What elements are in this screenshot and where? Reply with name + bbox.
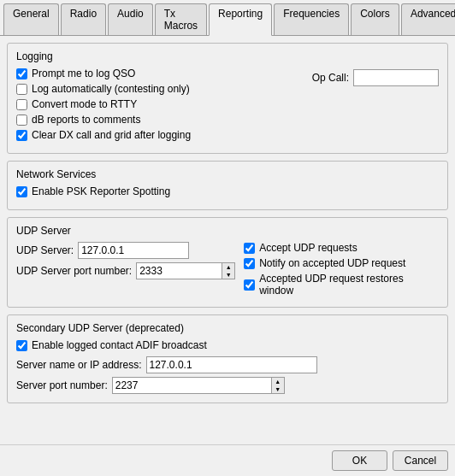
notify-udp-label: Notify on accepted UDP request [259,257,405,269]
secondary-udp-section: Secondary UDP Server (deprecated) Enable… [7,314,448,403]
udp-server-label: UDP Server: [16,244,74,256]
network-title: Network Services [16,168,439,180]
main-window: General Radio Audio Tx Macros Reporting … [0,0,455,476]
secondary-port-container: ▲ ▼ [112,377,285,394]
logging-checkboxes: Prompt me to log QSO Log automatically (… [16,68,191,144]
tab-frequencies[interactable]: Frequencies [274,3,349,35]
secondary-port-input[interactable] [112,377,271,394]
udp-port-up-button[interactable]: ▲ [222,263,234,271]
log-auto-row: Log automatically (contesting only) [16,83,191,95]
footer: OK Cancel [0,444,455,476]
tab-reporting[interactable]: Reporting [209,3,272,36]
udp-checkboxes: Accept UDP requests Notify on accepted U… [244,242,439,298]
udp-port-input[interactable] [136,262,222,279]
content-area: Logging Prompt me to log QSO Log automat… [0,36,455,444]
notify-udp-row: Notify on accepted UDP request [244,257,439,269]
notify-udp-checkbox[interactable] [244,258,255,269]
db-reports-checkbox[interactable] [16,115,27,126]
tab-general[interactable]: General [3,3,59,35]
convert-rtty-row: Convert mode to RTTY [16,98,191,110]
accept-udp-checkbox[interactable] [244,243,255,254]
udp-left: UDP Server: UDP Server port number: ▲ ▼ [16,242,235,283]
udp-port-down-button[interactable]: ▼ [222,271,234,279]
tab-colors[interactable]: Colors [351,3,399,35]
db-reports-row: dB reports to comments [16,114,191,126]
secondary-server-name-label: Server name or IP address: [16,359,142,371]
logging-title: Logging [16,50,439,62]
udp-port-row: UDP Server port number: ▲ ▼ [16,262,235,279]
ok-button[interactable]: OK [332,450,387,471]
prompt-log-qso-label: Prompt me to log QSO [32,68,135,79]
udp-server-title: UDP Server [16,225,439,237]
udp-server-row: UDP Server: [16,242,235,259]
tab-tx-macros[interactable]: Tx Macros [155,3,207,35]
enable-logged-label: Enable logged contact ADIF broadcast [32,339,207,351]
restore-window-checkbox[interactable] [244,279,255,291]
clear-dx-row: Clear DX call and grid after logging [16,129,191,141]
udp-server-input[interactable] [78,242,189,259]
secondary-port-spinner: ▲ ▼ [271,377,285,394]
log-auto-label: Log automatically (contesting only) [32,83,190,95]
secondary-server-name-row: Server name or IP address: [16,356,439,373]
accept-udp-row: Accept UDP requests [244,242,439,254]
tab-advanced[interactable]: Advanced [401,3,455,35]
clear-dx-label: Clear DX call and grid after logging [32,129,191,141]
op-call-input[interactable] [353,69,439,86]
op-call-group: Op Call: [312,68,439,86]
cancel-button[interactable]: Cancel [393,450,448,471]
enable-logged-row: Enable logged contact ADIF broadcast [16,339,439,351]
enable-psk-row: Enable PSK Reporter Spotting [16,185,439,197]
accept-udp-label: Accept UDP requests [259,242,358,254]
secondary-port-row: Server port number: ▲ ▼ [16,377,439,394]
convert-rtty-checkbox[interactable] [16,99,27,110]
secondary-port-label: Server port number: [16,379,108,391]
enable-psk-label: Enable PSK Reporter Spotting [32,185,170,197]
prompt-log-qso-row: Prompt me to log QSO [16,68,191,79]
udp-port-spinner: ▲ ▼ [222,262,235,279]
tab-audio[interactable]: Audio [108,3,153,35]
op-call-label: Op Call: [312,72,349,84]
restore-window-label: Accepted UDP request restores window [259,273,439,297]
udp-port-container: ▲ ▼ [136,262,235,279]
restore-window-row: Accepted UDP request restores window [244,273,439,297]
enable-logged-checkbox[interactable] [16,340,27,351]
secondary-udp-title: Secondary UDP Server (deprecated) [16,322,439,334]
prompt-log-qso-checkbox[interactable] [16,68,27,79]
log-auto-checkbox[interactable] [16,84,27,95]
clear-dx-checkbox[interactable] [16,130,27,141]
secondary-port-down-button[interactable]: ▼ [272,385,284,393]
db-reports-label: dB reports to comments [32,114,140,126]
enable-psk-checkbox[interactable] [16,186,27,197]
network-section: Network Services Enable PSK Reporter Spo… [7,161,448,210]
tab-radio[interactable]: Radio [61,3,106,35]
udp-port-label: UDP Server port number: [16,265,132,277]
secondary-port-up-button[interactable]: ▲ [272,378,284,385]
udp-server-section: UDP Server UDP Server: UDP Server port n… [7,217,448,308]
convert-rtty-label: Convert mode to RTTY [32,98,137,110]
logging-section: Logging Prompt me to log QSO Log automat… [7,43,448,154]
tab-bar: General Radio Audio Tx Macros Reporting … [0,0,455,36]
secondary-server-name-input[interactable] [146,356,317,373]
